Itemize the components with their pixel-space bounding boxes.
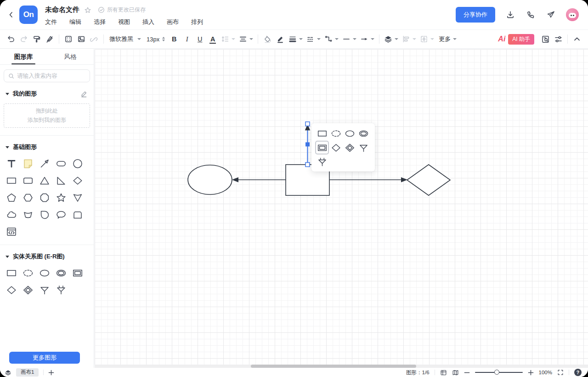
adjust-settings-button[interactable] — [552, 33, 565, 46]
picker-double-ellipse[interactable] — [357, 127, 369, 139]
connector-to-diamond[interactable] — [329, 177, 407, 182]
background-grid-button[interactable] — [62, 33, 75, 46]
zoom-out-button[interactable] — [464, 370, 470, 376]
shape-pill[interactable] — [56, 158, 67, 169]
picker-ellipse[interactable] — [344, 127, 356, 139]
shape-cloud[interactable] — [6, 209, 17, 220]
text-align-button[interactable] — [237, 33, 255, 46]
phone-icon[interactable] — [526, 10, 536, 20]
shape-triangle[interactable] — [39, 175, 50, 186]
download-icon[interactable] — [505, 10, 515, 20]
line-dash-button[interactable] — [305, 33, 322, 46]
arrow-end-button[interactable] — [358, 33, 376, 46]
shape-octagon[interactable] — [39, 192, 50, 203]
shape-right-triangle[interactable] — [56, 175, 67, 186]
shape-card[interactable] — [72, 209, 83, 220]
insert-link-button[interactable] — [88, 33, 101, 46]
menu-canvas[interactable]: 画布 — [167, 18, 179, 26]
picker-double-fork[interactable] — [316, 156, 328, 168]
my-shapes-header[interactable]: 我的图形 — [0, 89, 94, 98]
position-button[interactable] — [418, 33, 436, 46]
line-color-button[interactable] — [274, 33, 287, 46]
flow-diamond[interactable] — [407, 165, 450, 195]
shape-hexagon[interactable] — [23, 192, 34, 203]
avatar[interactable] — [566, 8, 579, 21]
shape-circle[interactable] — [72, 158, 83, 169]
menu-select[interactable]: 选择 — [94, 18, 106, 26]
er-shape-dashed-ellipse[interactable] — [23, 268, 34, 279]
shape-text[interactable] — [6, 158, 17, 169]
send-icon[interactable] — [546, 10, 556, 20]
shape-rounded-rectangle[interactable] — [23, 175, 34, 186]
redo-button[interactable] — [17, 33, 30, 46]
undo-button[interactable] — [5, 33, 17, 46]
underline-button[interactable]: U — [193, 33, 206, 46]
shape-diamond[interactable] — [72, 175, 83, 186]
menu-file[interactable]: 文件 — [45, 18, 57, 26]
shape-arrow[interactable] — [39, 158, 50, 169]
picker-diamond[interactable] — [330, 142, 342, 154]
menu-edit[interactable]: 编辑 — [69, 18, 81, 26]
italic-button[interactable]: I — [181, 33, 193, 46]
shape-pentagon[interactable] — [6, 192, 17, 203]
shape-search[interactable] — [4, 69, 90, 82]
horizontal-scrollbar-thumb[interactable] — [251, 365, 416, 368]
er-shape-double-fork[interactable] — [56, 285, 67, 296]
font-size-stepper[interactable] — [162, 37, 165, 41]
align-objects-button[interactable] — [400, 33, 418, 46]
app-logo[interactable]: On — [19, 6, 38, 24]
shape-speech-bubble[interactable] — [56, 209, 67, 220]
connector-to-ellipse[interactable] — [232, 177, 286, 182]
connector-style-button[interactable] — [322, 33, 340, 46]
endpoint-handle-bottom[interactable] — [305, 163, 310, 167]
line-width-button[interactable] — [287, 33, 305, 46]
horizontal-scrollbar-track[interactable] — [95, 365, 588, 368]
shape-code-block[interactable] — [6, 226, 17, 237]
menu-insert[interactable]: 插入 — [142, 18, 154, 26]
er-shape-double-diamond[interactable] — [23, 285, 34, 296]
er-shape-fork[interactable] — [39, 285, 50, 296]
zoom-slider-handle[interactable] — [494, 370, 499, 375]
bold-button[interactable]: B — [168, 33, 181, 46]
more-shapes-button[interactable]: 更多图形 — [9, 352, 80, 364]
menu-view[interactable]: 视图 — [118, 18, 130, 26]
page-layout-icon[interactable] — [440, 369, 447, 376]
clear-style-button[interactable] — [43, 33, 56, 46]
document-title[interactable]: 未命名文件 — [45, 6, 79, 14]
picker-dashed-ellipse[interactable] — [330, 127, 342, 139]
shape-sticky-note[interactable] — [23, 158, 34, 169]
add-canvas-button[interactable] — [48, 370, 54, 376]
zoom-in-button[interactable] — [528, 370, 534, 376]
line-height-button[interactable] — [219, 33, 237, 46]
line-start-button[interactable] — [340, 33, 358, 46]
zoom-level[interactable]: 100% — [539, 370, 552, 375]
canvas-layers-icon[interactable] — [5, 369, 11, 376]
canvas-tab[interactable]: 画布1 — [16, 368, 39, 377]
er-shape-double-rectangle[interactable] — [72, 268, 83, 279]
basic-shapes-header[interactable]: 基础图形 — [0, 143, 94, 152]
favorite-star-icon[interactable] — [84, 6, 91, 14]
picker-fork[interactable] — [357, 142, 369, 154]
tab-shape-library[interactable]: 图形库 — [0, 49, 47, 64]
minimap-icon[interactable] — [452, 369, 459, 376]
share-collaborate-button[interactable]: 分享协作 — [456, 7, 495, 23]
font-color-button[interactable]: A — [206, 33, 219, 46]
picker-double-rectangle[interactable] — [316, 142, 328, 154]
er-shapes-header[interactable]: 实体关系图 (E-R图) — [0, 252, 94, 261]
layers-button[interactable] — [382, 33, 400, 46]
shape-star[interactable] — [56, 192, 67, 203]
insert-image-button[interactable] — [75, 33, 88, 46]
er-shape-double-ellipse[interactable] — [56, 268, 67, 279]
ai-assistant-button[interactable]: Ai AI 助手 — [498, 34, 534, 45]
back-button[interactable] — [5, 8, 17, 21]
canvas[interactable] — [95, 49, 588, 368]
selected-connector[interactable] — [305, 122, 310, 167]
zoom-slider[interactable] — [475, 370, 523, 375]
menu-arrange[interactable]: 排列 — [191, 18, 203, 26]
fill-color-button[interactable] — [261, 33, 274, 46]
find-replace-button[interactable] — [539, 33, 552, 46]
fullscreen-icon[interactable] — [557, 369, 564, 376]
format-painter-button[interactable] — [30, 33, 43, 46]
shape-teardrop[interactable] — [39, 209, 50, 220]
font-size-select[interactable]: 13px — [144, 33, 168, 46]
